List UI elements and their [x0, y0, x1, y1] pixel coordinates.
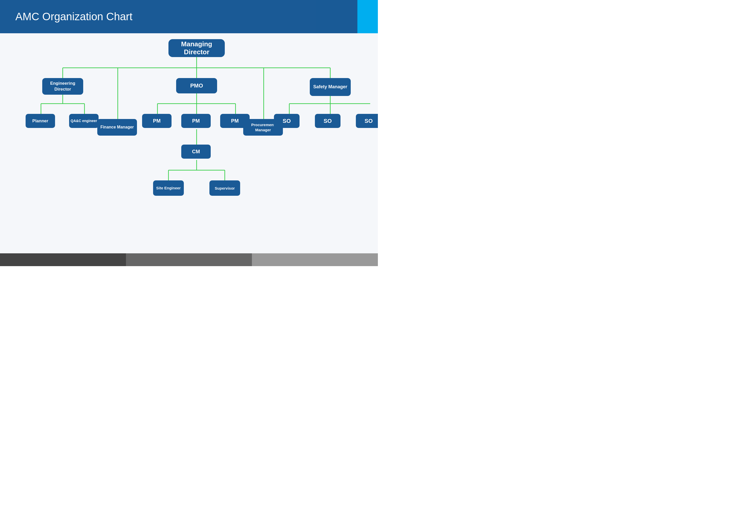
node-pm2: PM: [181, 114, 211, 128]
main-content: Managing Director Engineering Director P…: [0, 33, 378, 253]
node-planner: Planner: [26, 114, 55, 128]
page-title: AMC Organization Chart: [15, 11, 133, 23]
node-so2: SO: [315, 114, 340, 128]
footer: [0, 253, 378, 266]
node-so3: SO: [356, 114, 378, 128]
node-finance-manager: Finance Manager: [97, 119, 137, 136]
footer-light: [252, 253, 378, 266]
org-chart: Managing Director Engineering Director P…: [8, 39, 370, 251]
node-cm: CM: [181, 145, 211, 159]
footer-dark: [0, 253, 126, 266]
node-managing-director: Managing Director: [169, 39, 225, 57]
header-decoration: [316, 0, 378, 33]
node-so1: SO: [274, 114, 300, 128]
header-deco-light: [357, 0, 378, 33]
footer-mid: [126, 253, 252, 266]
node-supervisor: Supervisor: [209, 180, 240, 196]
node-qa-engineer: QA&C engineer: [69, 114, 98, 128]
node-site-engineer: Site Engineer: [153, 180, 184, 196]
node-pm3: PM: [220, 114, 250, 128]
node-engineering-director: Engineering Director: [42, 78, 83, 95]
node-safety-manager: Safety Manager: [310, 78, 351, 96]
header: AMC Organization Chart: [0, 0, 378, 33]
node-pm1: PM: [142, 114, 172, 128]
node-pmo: PMO: [176, 78, 217, 93]
header-deco-dark: [316, 0, 357, 33]
